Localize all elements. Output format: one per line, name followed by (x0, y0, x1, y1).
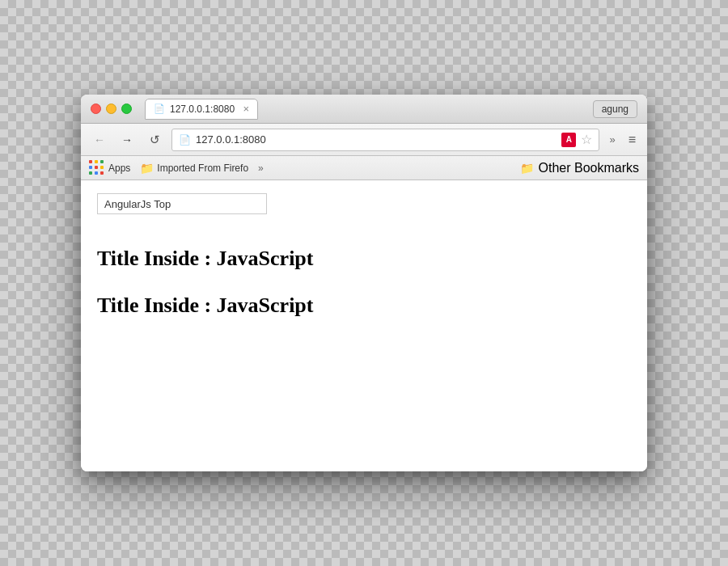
profile-button[interactable]: agung (593, 100, 637, 118)
apps-dot-6 (89, 171, 92, 175)
tab-bar: 📄 127.0.0.1:8080 × (145, 99, 586, 120)
apps-dot-7 (95, 171, 98, 175)
apps-dot-5 (100, 166, 104, 169)
apps-grid-icon (89, 160, 104, 175)
active-tab[interactable]: 📄 127.0.0.1:8080 × (145, 99, 258, 120)
bookmarks-bar: Apps 📁 Imported From Firefo » 📁 Other Bo… (81, 156, 647, 180)
apps-bookmark[interactable]: Apps (89, 160, 130, 175)
back-icon: ← (94, 133, 105, 146)
folder-icon: 📁 (140, 162, 154, 175)
menu-button[interactable]: ≡ (625, 131, 639, 149)
other-bookmarks[interactable]: 📁 Other Bookmarks (520, 161, 639, 175)
refresh-button[interactable]: ↺ (144, 129, 165, 150)
address-favicon-icon: 📄 (179, 134, 191, 146)
forward-icon: → (121, 133, 133, 146)
tab-close-icon[interactable]: × (243, 103, 249, 114)
apps-dot-3 (89, 166, 92, 169)
other-folder-icon: 📁 (520, 162, 534, 175)
tab-favicon-icon: 📄 (154, 103, 165, 114)
address-text: 127.0.0.1:8080 (196, 133, 557, 146)
apps-dot-8 (100, 171, 104, 175)
apps-dot-2 (100, 160, 104, 163)
other-label: Other Bookmarks (539, 161, 639, 175)
page-content: Title Inside : JavaScript Title Inside :… (81, 180, 647, 471)
imported-bookmark[interactable]: 📁 Imported From Firefo (140, 162, 248, 175)
apps-dot-0 (89, 160, 92, 163)
address-bar[interactable]: 📄 127.0.0.1:8080 A ☆ (171, 129, 599, 151)
title-bar: 📄 127.0.0.1:8080 × agung (81, 95, 647, 124)
apps-label: Apps (108, 163, 130, 174)
bookmark-star-icon[interactable]: ☆ (581, 132, 592, 147)
bookmarks-chevron-icon[interactable]: » (258, 163, 264, 174)
angularjs-top-input[interactable] (97, 193, 267, 214)
title-line-1: Title Inside : JavaScript (97, 247, 631, 271)
close-button[interactable] (91, 103, 101, 114)
traffic-lights (91, 103, 132, 114)
title-line-2: Title Inside : JavaScript (97, 294, 631, 318)
minimize-button[interactable] (106, 103, 116, 114)
maximize-button[interactable] (121, 103, 132, 114)
extensions-button[interactable]: » (606, 132, 618, 147)
imported-label: Imported From Firefo (157, 163, 248, 174)
apps-dot-4 (95, 166, 98, 169)
browser-window: 📄 127.0.0.1:8080 × agung ← → ↺ 📄 127.0.0… (81, 95, 647, 471)
nav-bar: ← → ↺ 📄 127.0.0.1:8080 A ☆ » ≡ (81, 124, 647, 156)
back-button[interactable]: ← (89, 129, 110, 150)
refresh-icon: ↺ (150, 133, 160, 147)
apps-dot-1 (95, 160, 98, 163)
tab-title: 127.0.0.1:8080 (170, 103, 238, 115)
angular-icon: A (561, 133, 576, 147)
forward-button[interactable]: → (116, 129, 138, 150)
